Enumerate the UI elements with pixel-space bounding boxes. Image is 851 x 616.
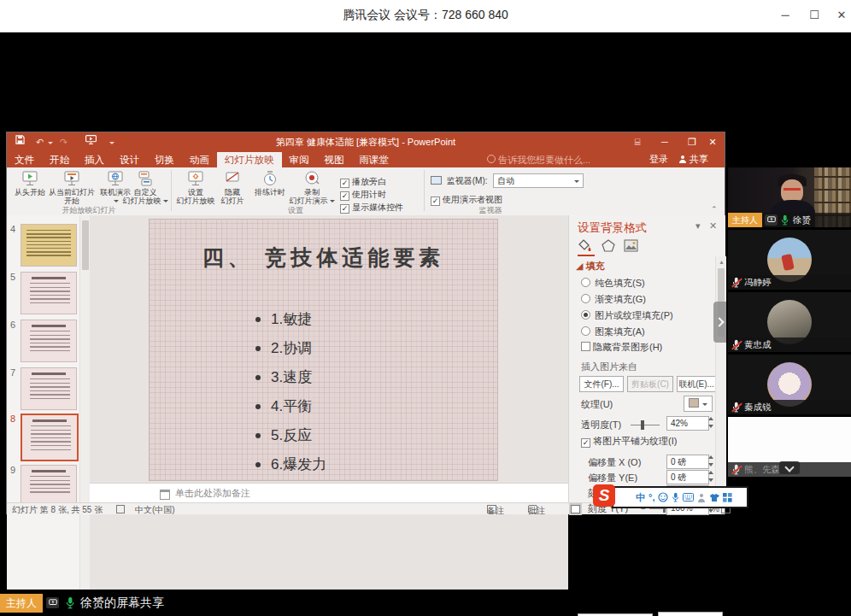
- dropdown-arrow: [114, 200, 119, 202]
- transparency-slider-track[interactable]: [631, 425, 660, 425]
- participant-video-冯静婷[interactable]: 冯静婷: [728, 230, 851, 290]
- spinner-value[interactable]: 0 磅: [666, 470, 709, 484]
- pane-close-icon[interactable]: ✕: [709, 220, 717, 232]
- virtual-keyboard-icon[interactable]: [683, 493, 694, 502]
- slide-thumbnail-5[interactable]: [21, 272, 77, 314]
- close-button[interactable]: ✕: [830, 7, 851, 24]
- notes-panel[interactable]: 单击此处添加备注: [90, 483, 568, 503]
- slide-bullet: 6.爆发力: [255, 450, 326, 479]
- fill-option-radio[interactable]: 纯色填充(S): [581, 277, 718, 290]
- spinner-label: 偏移量 X (O): [588, 456, 641, 469]
- clipboard-button[interactable]: 剪贴板(C): [627, 376, 673, 392]
- fill-option-radio[interactable]: 图案填充(A): [581, 326, 718, 338]
- slide-thumbnail-4[interactable]: [21, 224, 77, 267]
- ime-mode-chinese[interactable]: 中: [636, 490, 645, 505]
- tile-as-texture-checkbox[interactable]: ✓将图片平铺为纹理(I): [581, 436, 677, 448]
- monitor-select[interactable]: 自动: [493, 173, 584, 188]
- online-button[interactable]: 联机(E)...: [677, 376, 716, 392]
- spinner-arrows[interactable]: [707, 454, 715, 468]
- tab-插入[interactable]: 插入: [77, 152, 112, 168]
- transparency-value[interactable]: 42%: [666, 416, 709, 431]
- slide-thumbnail-6[interactable]: [21, 320, 77, 362]
- slide-thumbnail-8[interactable]: [21, 414, 79, 461]
- minimize-button[interactable]: ─: [774, 7, 796, 24]
- tab-切换[interactable]: 切换: [147, 152, 182, 168]
- mic-muted-icon: [731, 277, 742, 289]
- language-status[interactable]: 中文(中国): [135, 504, 175, 516]
- current-slide[interactable]: 四、 竞技体适能要素 1.敏捷2.协调3.速度4.平衡5.反应6.爆发力: [150, 220, 497, 480]
- share-link[interactable]: 共享: [678, 151, 708, 167]
- tab-视图[interactable]: 视图: [317, 152, 352, 168]
- maximize-button[interactable]: ☐: [803, 7, 825, 24]
- texture-dropdown[interactable]: [684, 396, 713, 412]
- collapse-strip-chevron[interactable]: [779, 461, 800, 474]
- pane-scrollbar[interactable]: ▲ ▼: [715, 256, 726, 502]
- ime-punctuation[interactable]: °,: [649, 490, 654, 505]
- participant-name: 徐赟: [793, 214, 811, 226]
- custom-show-icon: [121, 170, 169, 187]
- lightbulb-icon: [487, 155, 496, 163]
- view-slideshow-icon[interactable]: [571, 505, 580, 513]
- transparency-spinner[interactable]: [707, 415, 715, 430]
- sogou-input-bar[interactable]: S 中 °,: [612, 486, 748, 508]
- more-grid-icon[interactable]: [723, 493, 732, 502]
- slide-thumbnail-9[interactable]: [21, 465, 77, 504]
- from-current-slide-button[interactable]: 从当前幻灯片 开始: [48, 170, 96, 205]
- reset-background-button[interactable]: 重置背景(B): [658, 612, 723, 616]
- participant-name-bar: 黄忠成: [728, 337, 851, 352]
- voice-input-icon[interactable]: [672, 492, 679, 502]
- tab-文件[interactable]: 文件: [7, 152, 42, 168]
- tab-雨课堂[interactable]: 雨课堂: [352, 152, 397, 168]
- slide-bullet-list: 1.敏捷2.协调3.速度4.平衡5.反应6.爆发力: [255, 305, 326, 479]
- custom-slideshow-button[interactable]: 自定义 幻灯片放映: [121, 170, 169, 205]
- tab-审阅[interactable]: 审阅: [282, 152, 317, 168]
- emoji-icon[interactable]: [658, 492, 668, 502]
- ppt-close-button[interactable]: ✕: [701, 132, 725, 151]
- hide-background-checkbox[interactable]: 隐藏背景图形(H): [581, 342, 662, 353]
- tab-幻灯片放映[interactable]: 幻灯片放映: [217, 152, 282, 168]
- pane-title: 设置背景格式: [578, 220, 647, 236]
- ppt-titlebar: ↶ ↷ 第四章 健康体适能 [兼容模式] - PowerPoint ⌸ ─ ❐ …: [7, 132, 725, 151]
- thumbnail-number: 7: [10, 367, 15, 378]
- scroll-up-icon[interactable]: ▲: [719, 259, 725, 265]
- ppt-minimize-button[interactable]: ─: [653, 132, 677, 151]
- collapse-video-panel-handle[interactable]: [713, 302, 726, 343]
- setup-slideshow-button[interactable]: 设置 幻灯片放映: [176, 170, 215, 205]
- hide-slide-button[interactable]: 隐藏 幻灯片: [217, 170, 248, 205]
- tab-动画[interactable]: 动画: [182, 152, 217, 168]
- participant-video-秦成锐[interactable]: 秦成锐: [728, 355, 851, 414]
- presenter-view-checkbox[interactable]: ✓使用演示者视图: [431, 191, 502, 206]
- picture-tab-icon[interactable]: [624, 239, 641, 255]
- tab-开始[interactable]: 开始: [42, 152, 77, 168]
- skin-shirt-icon[interactable]: [709, 493, 719, 502]
- fill-section-header[interactable]: ◢ 填充: [576, 260, 605, 273]
- file-button[interactable]: 文件(F)...: [579, 376, 624, 392]
- participant-video-徐赟[interactable]: 主持人徐赟: [728, 167, 851, 227]
- record-slideshow-button[interactable]: 录制 幻灯片演示: [289, 170, 335, 205]
- participant-video-黄忠成[interactable]: 黄忠成: [728, 292, 851, 352]
- sogou-logo-icon[interactable]: S: [593, 484, 615, 507]
- fill-option-radio[interactable]: 渐变填充(G): [581, 293, 718, 306]
- mic-muted-icon: [731, 402, 742, 414]
- spinner-arrows[interactable]: [707, 469, 715, 484]
- slide-number-status: 幻灯片 第 8 张, 共 55 张: [12, 504, 103, 516]
- tab-设计[interactable]: 设计: [112, 152, 147, 168]
- ribbon-display-options-icon[interactable]: ⌸: [625, 132, 649, 151]
- slide-thumbnail-7[interactable]: [21, 367, 77, 410]
- fill-tab-icon[interactable]: [578, 239, 595, 256]
- from-beginning-button[interactable]: 从头开始: [14, 170, 46, 197]
- effects-tab-icon[interactable]: [602, 239, 619, 255]
- mic-on-icon: [780, 214, 790, 226]
- pane-options-icon[interactable]: ▾: [695, 220, 701, 232]
- transparency-slider-thumb[interactable]: [641, 420, 644, 430]
- slide-bullet: 3.速度: [255, 363, 326, 392]
- tellme-box[interactable]: 告诉我您想要做什么...: [487, 154, 590, 167]
- spinner-value[interactable]: 0 磅: [666, 455, 709, 469]
- participant-name: 熊、先森: [744, 464, 780, 476]
- fill-option-radio[interactable]: 图片或纹理填充(P): [581, 309, 718, 322]
- collapse-ribbon-icon[interactable]: ⌃: [711, 205, 718, 214]
- sign-in-link[interactable]: 登录: [649, 151, 668, 167]
- rehearse-timings-button[interactable]: 排练计时: [251, 170, 289, 197]
- toolbox-person-icon[interactable]: [697, 493, 706, 502]
- powerpoint-window: ↶ ↷ 第四章 健康体适能 [兼容模式] - PowerPoint ⌸ ─ ❐ …: [7, 132, 725, 513]
